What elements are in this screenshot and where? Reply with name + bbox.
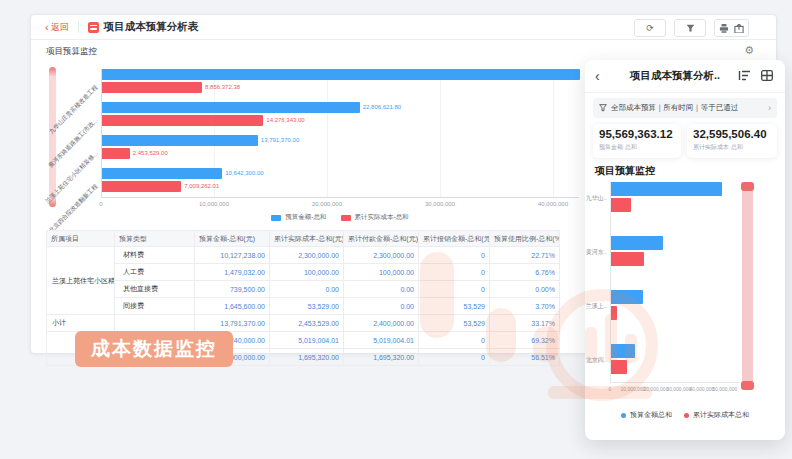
- back-button[interactable]: ‹ 返回: [45, 21, 69, 34]
- value-cell: 33.17%: [490, 315, 560, 332]
- value-cell: 10,127,238.00: [195, 247, 270, 264]
- value-cell: 0: [419, 332, 490, 349]
- topbar-divider: [78, 21, 79, 33]
- budget-bar[interactable]: [102, 102, 360, 113]
- actual-cost-bar[interactable]: [102, 115, 263, 126]
- panel-section-title: 项目预算监控: [595, 164, 655, 178]
- budget-bar[interactable]: [611, 182, 722, 196]
- bar-value-label: 8,856,372.38: [205, 82, 240, 93]
- chart-zoom-slider[interactable]: [49, 67, 56, 207]
- caption-badge: 成本数据监控: [75, 331, 233, 367]
- value-cell: 0: [419, 264, 490, 281]
- mobile-preview-panel: ‹ 项目成本预算分析.. 全部成本预算｜所有时间｜等于已通过 › 95,569,…: [585, 60, 785, 440]
- panel-chart-x-ticks: 010,000,00020,000,00030,000,00040,000,00…: [610, 386, 750, 394]
- panel-chart-plot: [610, 182, 740, 382]
- value-cell: 2,300,000.00: [270, 247, 344, 264]
- grid-view-icon[interactable]: [761, 70, 773, 81]
- budget-bar[interactable]: [102, 168, 222, 179]
- back-chevron-icon: ‹: [45, 22, 49, 33]
- value-cell: 22.71%: [490, 247, 560, 264]
- project-cell: 小计: [47, 315, 115, 332]
- stat-value: 32,595,506.40: [693, 128, 771, 140]
- axis-tick-label: 30,000,000: [425, 201, 455, 207]
- table-header-cell: 预算使用比例-总和(%): [490, 231, 560, 247]
- print-export-button-group[interactable]: [714, 19, 749, 37]
- table-header-cell: 累计付款金额-总和(元): [344, 231, 419, 247]
- legend-item[interactable]: 预算金额-总和: [271, 213, 326, 222]
- table-header-cell: 累计实际成本-总和(元): [270, 231, 344, 247]
- value-cell: 100,000.00: [270, 264, 344, 281]
- screen: ‹ 返回 项目成本预算分析表 ⟳: [0, 0, 792, 459]
- budget-bar[interactable]: [102, 69, 580, 80]
- legend-label: 累计实际成本总和: [693, 410, 749, 420]
- gridline: [440, 69, 441, 197]
- budget-type-cell: 人工费: [115, 264, 195, 281]
- legend-item[interactable]: 累计实际成本-总和: [341, 213, 409, 222]
- filter-button[interactable]: [674, 19, 706, 37]
- table-header-cell: 累计报销金额-总和(元): [419, 231, 490, 247]
- table-row: 兰溪上苑住宅小区精装修第...材料费10,127,238.002,300,000…: [47, 247, 560, 264]
- budget-type-cell: 材料费: [115, 247, 195, 264]
- value-cell: 1,479,032.00: [195, 264, 270, 281]
- actual-cost-bar[interactable]: [102, 148, 130, 159]
- legend-label: 预算金额总和: [630, 410, 672, 420]
- gear-icon[interactable]: ⚙: [744, 45, 754, 56]
- axis-tick-label: 40,000,000: [538, 201, 568, 207]
- value-cell: 6.76%: [490, 264, 560, 281]
- axis-tick-label: 0: [99, 201, 102, 207]
- stat-card-actual-cost: 32,595,506.40 累计实际成本·总和: [687, 124, 777, 158]
- category-label: 黄河东..: [585, 248, 607, 257]
- actual-cost-bar[interactable]: [611, 198, 631, 212]
- gridline: [553, 69, 554, 197]
- value-cell: 2,300,000.00: [344, 247, 419, 264]
- toolbar: ⟳: [634, 19, 749, 37]
- printer-icon: [719, 24, 729, 33]
- value-cell: 739,500.00: [195, 281, 270, 298]
- legend-swatch: [271, 215, 281, 221]
- export-icon: [734, 24, 744, 33]
- panel-zoom-slider[interactable]: [742, 186, 753, 386]
- panel-back-icon[interactable]: ‹: [595, 69, 600, 83]
- bar-value-label: 14,276,343.00: [266, 115, 304, 126]
- legend-dot: [621, 413, 626, 418]
- legend-item[interactable]: 预算金额总和: [621, 410, 672, 420]
- legend-item[interactable]: 累计实际成本总和: [684, 410, 749, 420]
- budget-bar[interactable]: [102, 135, 258, 146]
- axis-tick-label: 40,000,000: [689, 386, 714, 392]
- panel-header: ‹ 项目成本预算分析..: [585, 60, 785, 93]
- category-label: 九华山..: [585, 194, 607, 203]
- bar-value-label: 7,009,262.01: [184, 181, 219, 192]
- panel-filter-text: 全部成本预算｜所有时间｜等于已通过: [611, 103, 768, 113]
- bar-value-label: 22,806,621.80: [363, 102, 401, 113]
- page-title: 项目成本预算分析表: [104, 20, 199, 34]
- back-label: 返回: [51, 21, 69, 34]
- actual-cost-bar[interactable]: [611, 360, 627, 374]
- table-row: 人工费1,479,032.00100,000.00100,000.0006.76…: [47, 264, 560, 281]
- axis-tick-label: 30,000,000: [666, 386, 691, 392]
- panel-filter-bar[interactable]: 全部成本预算｜所有时间｜等于已通过 ›: [593, 98, 777, 118]
- actual-cost-bar[interactable]: [102, 181, 181, 192]
- refresh-button[interactable]: ⟳: [634, 19, 666, 37]
- slider-bottom-handle[interactable]: [741, 381, 754, 390]
- value-cell: 0.00: [344, 281, 419, 298]
- value-cell: 5,019,004.01: [270, 332, 344, 349]
- actual-cost-bar[interactable]: [611, 252, 644, 266]
- budget-bar[interactable]: [611, 344, 635, 358]
- table-header-cell: 所属项目: [47, 231, 115, 247]
- table-header-row: 所属项目预算类型预算金额-总和(元)累计实际成本-总和(元)累计付款金额-总和(…: [47, 231, 560, 247]
- value-cell: 0: [419, 247, 490, 264]
- window-topbar: ‹ 返回 项目成本预算分析表 ⟳: [31, 15, 776, 40]
- sort-list-icon[interactable]: [738, 70, 751, 81]
- actual-cost-bar[interactable]: [102, 82, 202, 93]
- slider-top-handle[interactable]: [741, 182, 754, 191]
- project-cell: 兰溪上苑住宅小区精装修第...: [47, 247, 115, 315]
- value-cell: 0: [419, 349, 490, 366]
- bar-value-label: 2,453,529.00: [133, 148, 168, 159]
- actual-cost-bar[interactable]: [611, 306, 617, 320]
- legend-label: 预算金额-总和: [285, 213, 326, 222]
- budget-bar[interactable]: [611, 236, 663, 250]
- main-chart-plot: 8,856,372.38九华山庄贵宾楼改造工程22,806,621.8014,2…: [101, 69, 579, 197]
- value-cell: 1,695,320.00: [344, 349, 419, 366]
- value-cell: 0.00: [344, 298, 419, 315]
- budget-bar[interactable]: [611, 290, 643, 304]
